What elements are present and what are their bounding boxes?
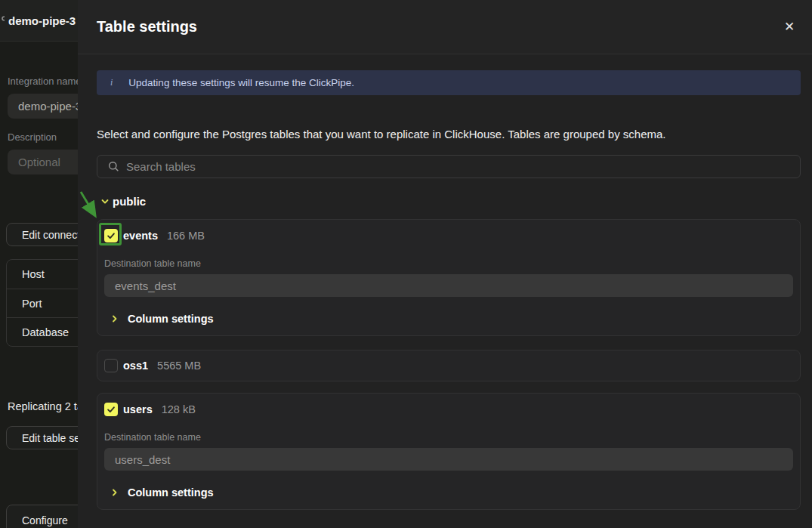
events-checkbox[interactable] — [104, 229, 118, 242]
integration-name-label: Integration name — [8, 76, 82, 87]
intro-text: Select and configure the Postgres tables… — [97, 128, 801, 140]
chevron-right-icon — [110, 488, 119, 497]
users-destination-input[interactable] — [104, 448, 793, 471]
search-box[interactable] — [97, 155, 801, 178]
table-size: 128 kB — [162, 403, 196, 415]
table-size: 166 MB — [167, 230, 205, 242]
info-banner-text: Updating these settings will resume the … — [128, 77, 354, 88]
table-row: oss1 5565 MB — [104, 357, 793, 374]
schema-group-public[interactable]: public — [97, 195, 801, 208]
modal-body: i Updating these settings will resume th… — [78, 54, 812, 510]
description-label: Description — [8, 131, 57, 143]
destination-table-label: Destination table name — [104, 258, 793, 269]
page-title: demo-pipe-3 — [8, 14, 76, 27]
modal-title: Table settings — [97, 18, 197, 36]
table-name: events — [123, 230, 158, 242]
users-checkbox[interactable] — [104, 403, 118, 416]
events-column-settings-toggle[interactable]: Column settings — [104, 312, 793, 325]
modal-header: Table settings ✕ — [78, 0, 812, 54]
table-card-events: events 166 MB Destination table name Col… — [97, 219, 801, 336]
chevron-down-icon — [100, 197, 110, 206]
table-row: users 128 kB — [104, 401, 793, 418]
chevron-right-icon — [110, 314, 119, 323]
users-column-settings-toggle[interactable]: Column settings — [104, 486, 793, 499]
info-banner: i Updating these settings will resume th… — [97, 70, 801, 95]
info-icon: i — [110, 77, 113, 88]
column-settings-label: Column settings — [128, 486, 214, 499]
pipe-icon — [0, 15, 5, 26]
close-icon[interactable]: ✕ — [780, 18, 798, 36]
column-settings-label: Column settings — [128, 313, 214, 325]
oss1-checkbox[interactable] — [104, 359, 118, 372]
table-name: users — [123, 403, 153, 415]
search-icon — [108, 161, 119, 172]
table-card-oss1: oss1 5565 MB — [97, 350, 801, 381]
table-size: 5565 MB — [157, 360, 201, 372]
events-destination-input[interactable] — [104, 274, 793, 297]
table-settings-modal: Table settings ✕ i Updating these settin… — [78, 0, 812, 528]
destination-table-label: Destination table name — [104, 432, 793, 443]
search-input[interactable] — [126, 160, 800, 173]
schema-name: public — [113, 195, 146, 208]
table-card-users: users 128 kB Destination table name Colu… — [97, 393, 801, 510]
table-name: oss1 — [123, 360, 148, 372]
table-row: events 166 MB — [104, 227, 793, 244]
